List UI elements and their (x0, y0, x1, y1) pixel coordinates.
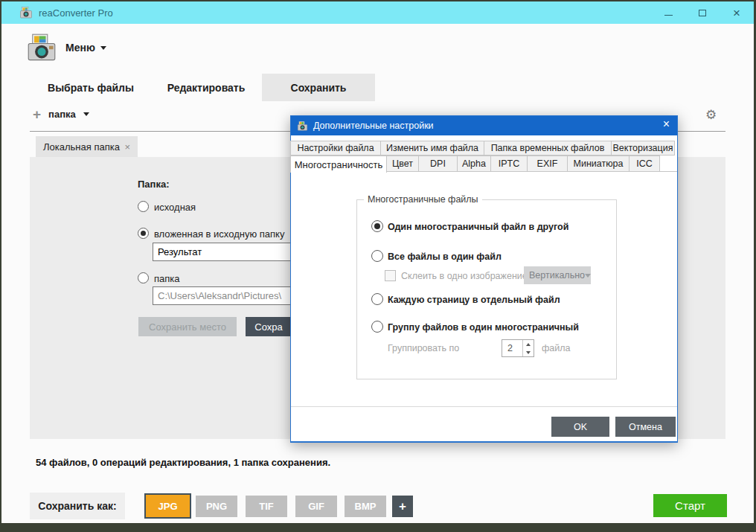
format-png-label: PNG (206, 501, 227, 512)
dialog-titlebar[interactable]: Дополнительные настройки × (291, 116, 677, 135)
format-gif-button[interactable]: GIF (295, 496, 337, 517)
dialog-tab-alpha[interactable]: Alpha (457, 156, 491, 172)
merge-image-checkbox[interactable] (385, 270, 396, 281)
menu-label: Меню (65, 42, 95, 54)
radio-each-page-separate-label: Каждую страницу в отдельный файл (388, 295, 560, 305)
group-count-spinner[interactable]: 2 (502, 339, 534, 357)
advanced-settings-dialog: Дополнительные настройки × Настройки фай… (290, 115, 678, 443)
tab-edit[interactable]: Редактировать (158, 74, 254, 101)
tab-select-files-label: Выбрать файлы (48, 82, 134, 94)
radio-nested-folder[interactable] (138, 228, 149, 239)
radio-each-page-separate[interactable] (371, 293, 383, 305)
dialog-title: Дополнительные настройки (313, 121, 434, 131)
group-by-label: Группировать по (388, 343, 459, 353)
cancel-button[interactable]: Отмена (615, 417, 676, 437)
radio-all-files-in-one-label: Все файлы в один файл (388, 251, 502, 262)
window-titlebar: reaConverter Pro × (1, 1, 754, 24)
merge-direction-value: Вертикально (529, 270, 585, 281)
maximize-button[interactable] (685, 1, 720, 24)
radio-group-files-label: Группу файлов в один многостраничный (388, 322, 579, 333)
save-as-text: Сохранить как: (38, 500, 116, 512)
radio-custom-folder[interactable] (138, 272, 149, 283)
format-bmp-label: BMP (355, 501, 377, 512)
chevron-down-icon (585, 274, 591, 278)
dialog-tab-icc[interactable]: ICC (629, 156, 660, 172)
dialog-tab-label: Векторизация (613, 143, 673, 153)
chevron-down-icon (100, 46, 106, 50)
tab-local-folder[interactable]: Локальная папка × (36, 136, 138, 157)
close-button[interactable]: × (720, 1, 754, 24)
dialog-tab-label: Alpha (462, 158, 486, 169)
ok-button[interactable]: OK (551, 417, 609, 437)
tab-close-icon[interactable]: × (124, 141, 130, 153)
folder-section-label: Папка: (138, 179, 170, 190)
maximize-icon (699, 10, 706, 16)
minimize-icon (664, 15, 673, 16)
dialog-tab-temp-folder[interactable]: Папка временных файлов (484, 141, 612, 156)
radio-all-files-in-one[interactable] (371, 250, 383, 262)
format-jpg-button[interactable]: JPG (144, 493, 191, 519)
tab-save-label: Сохранить (291, 82, 347, 94)
tab-select-files[interactable]: Выбрать файлы (41, 74, 141, 101)
save-as-label: Сохранить как: (30, 493, 125, 519)
save-place-label: Сохранить место (149, 321, 226, 333)
dialog-tab-vectorization[interactable]: Векторизация (611, 141, 675, 156)
dialog-tab-exif[interactable]: EXIF (527, 156, 568, 172)
dialog-tab-dpi[interactable]: DPI (418, 156, 458, 172)
dialog-app-icon (297, 121, 308, 132)
dialog-tab-label: Изменить имя файла (386, 143, 478, 153)
add-folder-label: папка (48, 109, 76, 120)
spinner-up-button[interactable] (523, 340, 534, 348)
dialog-close-icon[interactable]: × (663, 118, 670, 131)
dialog-tab-color[interactable]: Цвет (386, 156, 419, 172)
dialog-tab-multipage[interactable]: Многостраничность (290, 156, 387, 173)
dialog-tab-file-settings[interactable]: Настройки файла (290, 141, 381, 156)
radio-custom-folder-label: папка (154, 273, 180, 284)
radio-source-folder[interactable] (138, 201, 149, 212)
group-by-suffix: файла (542, 343, 570, 353)
gear-icon[interactable]: ⚙ (705, 107, 717, 123)
dialog-tab-label: Папка временных файлов (491, 143, 605, 153)
menu-button[interactable]: Меню (65, 42, 106, 54)
format-bmp-button[interactable]: BMP (345, 496, 386, 517)
add-folder-button[interactable]: + папка (33, 107, 89, 121)
spinner-down-icon (526, 351, 531, 354)
merge-image-checkbox-label: Склеить в одно изображение (401, 271, 528, 281)
ok-button-label: OK (574, 422, 587, 432)
cancel-button-label: Отмена (629, 422, 662, 432)
tab-save[interactable]: Сохранить (262, 74, 375, 101)
minimize-button[interactable] (651, 1, 685, 24)
dialog-tab-label: Многостраничность (295, 159, 383, 170)
dialog-tab-thumbnail[interactable]: Миниатюра (567, 156, 630, 172)
radio-source-folder-label: исходная (154, 202, 196, 213)
multipage-groupbox-title: Многостраничные файлы (364, 194, 482, 205)
plus-icon: + (399, 499, 406, 514)
spinner-up-icon (526, 343, 531, 346)
merge-direction-select[interactable]: Вертикально (524, 266, 591, 284)
close-icon: × (733, 7, 740, 19)
status-line: 54 файлов, 0 операций редактирования, 1 … (36, 457, 330, 468)
format-gif-label: GIF (308, 501, 324, 512)
dialog-tab-label: EXIF (537, 158, 558, 169)
spinner-down-button[interactable] (523, 348, 534, 356)
app-icon (19, 6, 33, 19)
app-logo-icon[interactable] (27, 33, 57, 63)
save-place-button[interactable]: Сохранить место (138, 317, 237, 336)
radio-one-multipage-to-other[interactable] (371, 220, 383, 232)
main-window: reaConverter Pro × Меню Выбрать файлы Ре… (1, 1, 754, 523)
dialog-tab-label: DPI (430, 158, 446, 169)
format-tif-button[interactable]: TIF (246, 496, 287, 517)
add-format-button[interactable]: + (392, 496, 413, 517)
radio-group-files[interactable] (371, 321, 383, 333)
start-button[interactable]: Старт (653, 494, 727, 517)
dialog-tab-label: IPTC (499, 158, 519, 169)
dialog-tab-rename[interactable]: Изменить имя файла (380, 141, 484, 156)
start-button-label: Старт (675, 499, 705, 512)
tab-local-folder-label: Локальная папка (43, 141, 120, 153)
dialog-tab-label: Цвет (392, 158, 413, 169)
dialog-tab-iptc[interactable]: IPTC (490, 156, 528, 172)
group-count-value: 2 (502, 340, 522, 356)
save-everywhere-button[interactable]: Сохра (246, 317, 292, 336)
format-png-button[interactable]: PNG (196, 496, 237, 517)
tab-edit-label: Редактировать (167, 82, 246, 94)
